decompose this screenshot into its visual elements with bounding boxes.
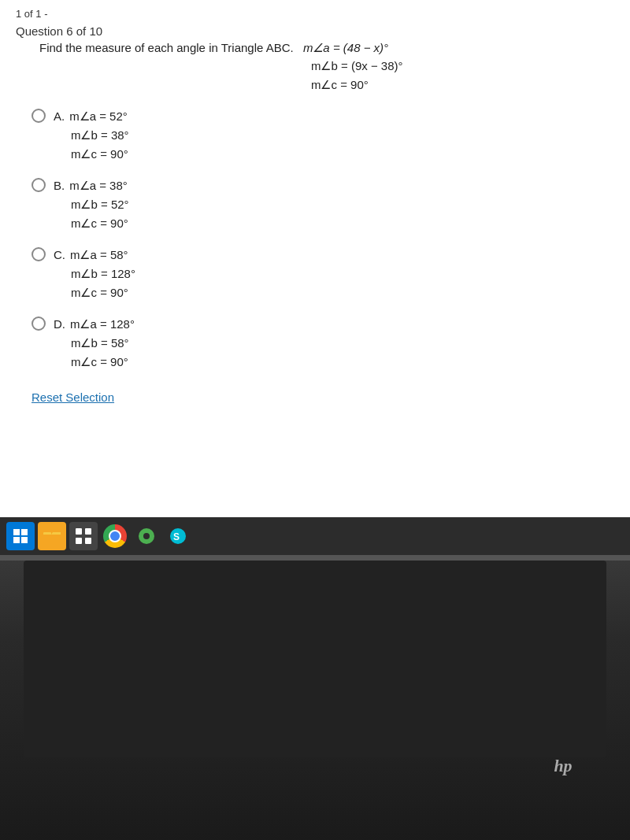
answer-option-c[interactable]: C.m∠a = 58° m∠b = 128° m∠c = 90° <box>32 246 614 302</box>
page-content: 1 of 1 - Question 6 of 10 Find the measu… <box>0 0 630 520</box>
svg-rect-8 <box>85 538 91 544</box>
reset-selection-link[interactable]: Reset Selection <box>32 390 114 404</box>
page-header: 1 of 1 - <box>16 8 614 20</box>
radio-a[interactable] <box>32 109 46 123</box>
taskbar: S <box>0 517 630 555</box>
svg-rect-3 <box>21 537 28 543</box>
conditions-block: m∠b = (9x − 38)° m∠c = 90° <box>39 57 614 94</box>
svg-rect-6 <box>85 528 91 535</box>
answer-option-a[interactable]: A.m∠a = 52° m∠b = 38° m∠c = 90° <box>32 107 614 164</box>
apps-grid-icon[interactable] <box>69 522 98 550</box>
question-block: Find the measure of each angle in Triang… <box>16 41 614 94</box>
radio-b[interactable] <box>32 178 46 192</box>
answer-label-a: A.m∠a = 52° m∠b = 38° m∠c = 90° <box>54 107 129 164</box>
answers-section: A.m∠a = 52° m∠b = 38° m∠c = 90° B.m∠a = … <box>32 107 614 372</box>
svg-rect-5 <box>76 528 82 535</box>
svg-rect-7 <box>76 538 82 544</box>
answer-option-b[interactable]: B.m∠a = 38° m∠b = 52° m∠c = 90° <box>32 176 614 233</box>
answer-label-b: B.m∠a = 38° m∠b = 52° m∠c = 90° <box>54 176 129 233</box>
svg-text:S: S <box>173 531 180 542</box>
condition-line2: m∠b = (9x − 38)° <box>311 57 614 76</box>
answer-label-d: D.m∠a = 128° m∠b = 58° m∠c = 90° <box>54 315 135 372</box>
answer-label-c: C.m∠a = 58° m∠b = 128° m∠c = 90° <box>54 246 135 302</box>
laptop-body: hp <box>0 551 630 840</box>
svg-rect-1 <box>21 529 28 535</box>
keyboard-area <box>24 561 606 757</box>
condition-line3: m∠c = 90° <box>311 76 614 94</box>
svg-rect-0 <box>13 529 20 535</box>
question-text: Find the measure of each angle in Triang… <box>39 41 614 55</box>
question-main: Find the measure of each angle in Triang… <box>16 41 614 94</box>
settings-icon[interactable] <box>132 522 161 550</box>
hp-logo: hp <box>543 752 583 779</box>
svg-rect-2 <box>13 537 20 543</box>
file-explorer-icon[interactable] <box>38 522 66 550</box>
store-icon[interactable]: S <box>164 522 192 550</box>
condition-inline: m∠a = (48 − x)° <box>303 41 388 54</box>
radio-d[interactable] <box>32 316 46 331</box>
radio-c[interactable] <box>32 247 46 261</box>
svg-point-10 <box>143 533 150 539</box>
windows-icon[interactable] <box>6 522 35 550</box>
question-number: Question 6 of 10 <box>16 24 614 38</box>
chrome-icon[interactable] <box>101 522 129 550</box>
laptop-screen: 1 of 1 - Question 6 of 10 Find the measu… <box>0 0 630 551</box>
answer-option-d[interactable]: D.m∠a = 128° m∠b = 58° m∠c = 90° <box>32 315 614 372</box>
